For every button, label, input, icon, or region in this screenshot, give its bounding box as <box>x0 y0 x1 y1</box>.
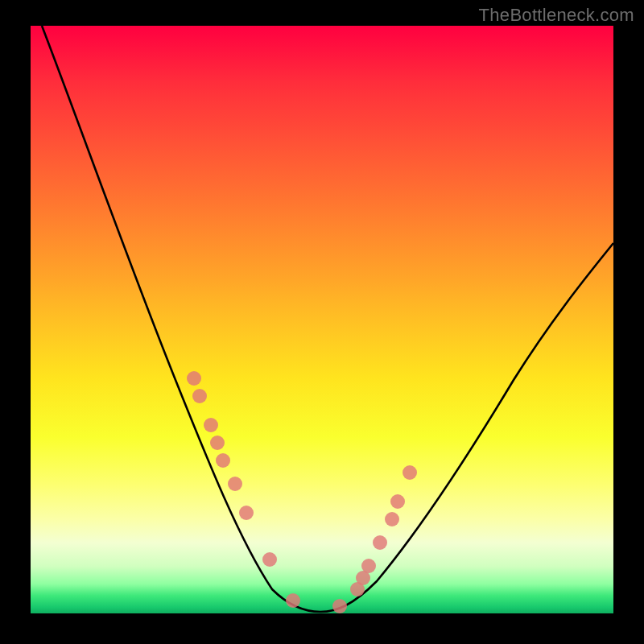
marker <box>187 371 201 386</box>
chart-svg <box>31 26 613 613</box>
marker <box>262 552 277 567</box>
watermark-text: TheBottleneck.com <box>479 5 634 26</box>
marker <box>390 494 405 509</box>
plot-area <box>31 26 613 613</box>
marker <box>373 535 387 550</box>
marker <box>192 389 207 403</box>
marker <box>402 465 417 480</box>
marker <box>204 418 218 432</box>
marker <box>332 599 347 613</box>
marker <box>361 559 376 573</box>
marker <box>216 453 230 468</box>
bottleneck-curve <box>42 26 613 612</box>
marker <box>239 506 254 520</box>
marker <box>385 512 399 526</box>
marker <box>210 436 225 450</box>
marker <box>228 477 242 491</box>
marker <box>286 593 300 608</box>
chart-frame: TheBottleneck.com <box>0 0 644 644</box>
